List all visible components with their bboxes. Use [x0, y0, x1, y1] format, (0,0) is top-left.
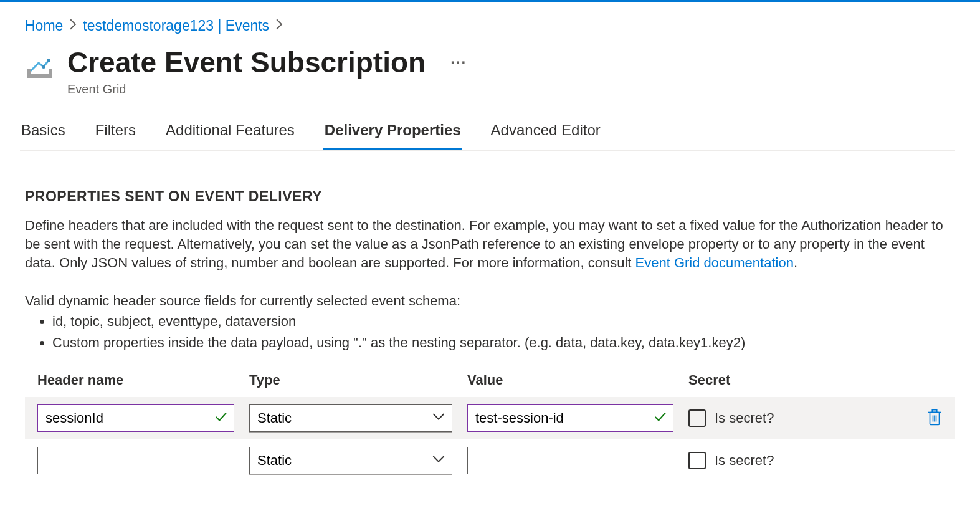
is-secret-label: Is secret?	[715, 452, 774, 469]
header-name-input[interactable]	[37, 447, 234, 474]
valid-field-item: id, topic, subject, eventtype, dataversi…	[52, 311, 955, 332]
header-name-input[interactable]	[37, 404, 234, 432]
trash-icon	[926, 408, 943, 429]
breadcrumb: Home testdemostorage123 | Events	[25, 2, 955, 47]
svg-rect-2	[49, 69, 52, 75]
header-type-select[interactable]: Static	[249, 404, 452, 432]
breadcrumb-parent[interactable]: testdemostorage123 | Events	[83, 17, 269, 34]
section-title: PROPERTIES SENT ON EVENT DELIVERY	[25, 188, 955, 205]
checkmark-icon	[214, 410, 228, 426]
more-actions-button[interactable]: ···	[450, 54, 467, 70]
column-header-type: Type	[249, 372, 467, 388]
page-header: Create Event Subscription ··· Event Grid	[25, 47, 955, 115]
header-value-input[interactable]	[467, 447, 673, 474]
delete-row-button[interactable]	[926, 408, 943, 429]
tab-delivery-properties[interactable]: Delivery Properties	[323, 115, 462, 150]
tab-additional-features[interactable]: Additional Features	[164, 115, 296, 150]
tab-basics[interactable]: Basics	[20, 115, 67, 150]
valid-fields-info: Valid dynamic header source fields for c…	[25, 290, 955, 353]
chevron-right-icon	[69, 19, 77, 33]
is-secret-label: Is secret?	[715, 410, 774, 426]
valid-field-item: Custom properties inside the data payloa…	[52, 332, 955, 353]
headers-table: Header name Type Value Secret	[25, 366, 955, 482]
tab-advanced-editor[interactable]: Advanced Editor	[490, 115, 602, 150]
table-row: Static Is secret?	[25, 439, 955, 482]
tab-bar: Basics Filters Additional Features Deliv…	[20, 115, 955, 151]
table-header-row: Header name Type Value Secret	[25, 366, 955, 397]
column-header-value: Value	[467, 372, 688, 388]
header-value-input[interactable]	[467, 404, 673, 432]
column-header-name: Header name	[37, 372, 249, 388]
column-header-secret: Secret	[688, 372, 943, 388]
tab-filters[interactable]: Filters	[94, 115, 137, 150]
page-title: Create Event Subscription ···	[67, 47, 467, 79]
checkmark-icon	[654, 410, 667, 426]
header-type-select[interactable]: Static	[249, 447, 452, 474]
svg-point-3	[47, 59, 50, 62]
docs-link[interactable]: Event Grid documentation	[635, 255, 794, 270]
svg-point-4	[42, 65, 45, 69]
event-grid-icon	[25, 52, 55, 82]
is-secret-checkbox[interactable]	[688, 409, 706, 427]
breadcrumb-home[interactable]: Home	[25, 17, 63, 34]
section-description: Define headers that are included with th…	[25, 216, 955, 273]
table-row: Static	[25, 397, 955, 439]
page-subtitle: Event Grid	[67, 82, 467, 97]
chevron-right-icon	[275, 19, 283, 33]
is-secret-checkbox[interactable]	[688, 452, 706, 469]
